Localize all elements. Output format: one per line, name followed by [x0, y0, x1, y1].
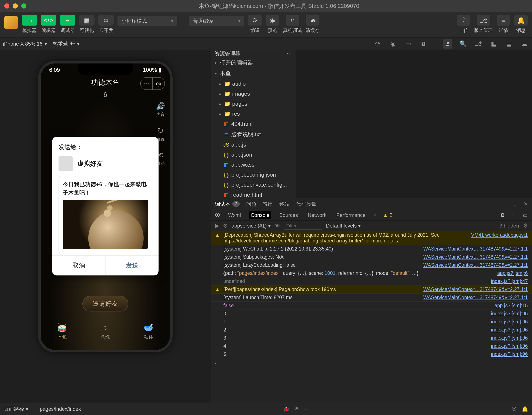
console-row[interactable]: 4index.js? [sm]:96 [211, 342, 532, 350]
eye-icon[interactable]: 👁 [275, 222, 280, 229]
dock-icon[interactable]: ▭ [523, 212, 528, 218]
console-row[interactable]: 2index.js? [sm]:96 [211, 326, 532, 334]
send-button[interactable]: 发送 [105, 256, 159, 276]
console-row[interactable]: [system] WeChatLib: 2.27.1 (2022.10.31 2… [211, 245, 532, 253]
simulator-button[interactable]: ▭ [22, 15, 37, 26]
log-source-link[interactable]: app.js? [sm]:6 [497, 270, 528, 276]
hot-reload-toggle[interactable]: 热重载 开 ▾ [53, 40, 80, 47]
devtools-tab-output[interactable]: 输出 [263, 201, 273, 208]
tab-network[interactable]: Network [306, 211, 328, 219]
log-source-link[interactable]: WAServiceMainContext…31748749&v=2.27.1:1 [423, 262, 528, 268]
extensions-icon[interactable]: ▦ [489, 39, 498, 49]
console-row[interactable]: 0index.js? [sm]:96 [211, 310, 532, 318]
folder-images[interactable]: ▸📁images [211, 89, 295, 99]
more-tabs-icon[interactable]: » [374, 212, 376, 218]
log-source-link[interactable]: VM41 workerasdebug.js:1 [471, 232, 528, 238]
log-source-link[interactable]: WAServiceMainContext…31748749&v=2.27.1:1 [423, 254, 528, 260]
devtools-tab-quality[interactable]: 代码质量 [296, 201, 316, 208]
collapse-icon[interactable]: ⌄ [513, 201, 517, 207]
files-icon[interactable]: 🗎 [443, 39, 452, 49]
log-source-link[interactable]: WAServiceMainContext…31748749&v=2.27.1:1 [423, 295, 528, 300]
more-icon[interactable]: ⋯ [287, 51, 292, 57]
log-source-link[interactable]: WAServiceMainContext…31748749&v=2.27.1:1 [423, 246, 528, 252]
minimize-window-icon[interactable] [13, 3, 18, 9]
compile-mode-dropdown[interactable]: 普通编译▾ [189, 16, 244, 26]
wifi-icon[interactable]: ⦿ [512, 406, 517, 412]
component-icon[interactable]: ▤ [504, 39, 514, 49]
mode-dropdown[interactable]: 小程序模式▾ [117, 16, 177, 26]
gear-icon[interactable]: ⚙ [500, 212, 505, 218]
upload-button[interactable]: ⤴ [457, 15, 470, 26]
console-row[interactable]: 5index.js? [sm]:96 [211, 350, 532, 358]
record-icon[interactable]: ◉ [388, 39, 398, 49]
console-row[interactable]: ▲[Perf][pages/index/index] Page.onShow t… [211, 286, 532, 294]
cloud-button[interactable]: ∞ [98, 15, 114, 26]
console-row[interactable]: [system] LazyCodeLoading: falseWAService… [211, 261, 532, 269]
console-output[interactable]: ▲[Deprecation] SharedArrayBuffer will re… [211, 231, 532, 403]
branch-icon[interactable]: ⎇ [474, 39, 483, 49]
file-app-json[interactable]: { }app.json [211, 150, 295, 160]
folder-audio[interactable]: ▸📁audio [211, 79, 295, 89]
search-icon[interactable]: 🔍 [458, 39, 468, 49]
play-icon[interactable]: ▶ [215, 222, 219, 229]
console-row[interactable]: [system] Subpackages: N/AWAServiceMainCo… [211, 253, 532, 261]
devtools-tab-problems[interactable]: 问题 [246, 201, 256, 208]
bug-icon[interactable]: 🐞 [283, 406, 289, 412]
log-source-link[interactable]: app.js? [sm]:15 [494, 303, 528, 308]
console-row[interactable]: falseapp.js? [sm]:15 [211, 302, 532, 310]
devtools-tab-debugger[interactable]: 调试器2 [215, 201, 240, 208]
sound-toggle[interactable]: 🔊声音 [156, 102, 165, 117]
editor-button[interactable]: </> [41, 15, 56, 26]
log-source-link[interactable]: index.js? [sm]:96 [491, 319, 528, 325]
console-row[interactable]: 1index.js? [sm]:96 [211, 318, 532, 326]
maximize-window-icon[interactable] [21, 3, 26, 9]
clear-icon[interactable]: ⊘ [223, 222, 228, 229]
log-source-link[interactable]: index.js? [sm]:47 [491, 278, 528, 284]
file-readme-html[interactable]: ◧readme.html [211, 190, 295, 198]
visualize-button[interactable]: ▦ [79, 15, 95, 26]
device-selector[interactable]: iPhone X 85% 16 ▾ [3, 41, 47, 47]
file-proj-private[interactable]: { }project.private.config... [211, 180, 295, 190]
page-path-label[interactable]: 页面路径 ▾ [4, 406, 28, 413]
gear-icon[interactable]: ⚙ [523, 222, 528, 229]
console-row[interactable]: 3index.js? [sm]:96 [211, 334, 532, 342]
file-app-wxss[interactable]: ◧app.wxss [211, 160, 295, 170]
user-avatar[interactable] [4, 16, 18, 30]
tab-sources[interactable]: Sources [277, 211, 300, 219]
device-icon[interactable]: ▭ [403, 39, 413, 49]
log-source-link[interactable]: WAServiceMainContext…31748749&v=2.27.1:1 [423, 287, 528, 292]
detail-button[interactable]: ≡ [497, 15, 510, 26]
log-source-link[interactable]: index.js? [sm]:96 [491, 351, 528, 357]
file-404[interactable]: ◧404.html [211, 119, 295, 129]
log-source-link[interactable]: index.js? [sm]:96 [491, 335, 528, 341]
close-panel-icon[interactable]: ✕ [523, 201, 528, 207]
remote-debug-button[interactable]: ⎌ [285, 15, 299, 26]
cancel-button[interactable]: 取消 [52, 256, 105, 276]
cloud-icon[interactable]: ☁ [520, 39, 529, 49]
console-row[interactable]: {path: "pages/index/index", query: {…}, … [211, 269, 532, 277]
close-window-icon[interactable] [4, 3, 9, 9]
log-source-link[interactable]: index.js? [sm]:96 [491, 343, 528, 349]
hidden-count[interactable]: 3 hidden [499, 223, 519, 229]
root-folder[interactable]: ▾木鱼 [211, 68, 295, 79]
refresh-icon[interactable]: ⟳ [373, 39, 382, 49]
filter-input[interactable] [284, 222, 322, 230]
log-source-link[interactable]: index.js? [sm]:96 [491, 327, 528, 333]
context-selector[interactable]: appservice (#1) ▾ [231, 223, 271, 229]
preview-button[interactable]: ◉ [266, 15, 279, 26]
file-proj-config[interactable]: { }project.config.json [211, 170, 295, 180]
compile-button[interactable]: ⟳ [248, 15, 262, 26]
open-editors-section[interactable]: ▸打开的编辑器 [211, 57, 295, 68]
console-row[interactable]: ▲[Deprecation] SharedArrayBuffer will re… [211, 231, 532, 245]
tab-nianzhu[interactable]: ○念珠 [101, 323, 110, 340]
inspect-icon[interactable]: ⦿ [215, 212, 220, 218]
bell-icon[interactable]: 🔔 [522, 406, 528, 412]
tab-console[interactable]: Console [249, 211, 271, 219]
capsule-menu-icon[interactable]: ⋯ [141, 78, 152, 89]
console-row[interactable]: [system] Launch Time: 8207 msWAServiceMa… [211, 294, 532, 302]
capsule-close-icon[interactable]: ◎ [152, 78, 164, 89]
console-row[interactable]: undefinedindex.js? [sm]:47 [211, 277, 532, 286]
more-icon[interactable]: ⋯ [305, 406, 310, 412]
file-app-js[interactable]: JSapp.js [211, 140, 295, 150]
log-source-link[interactable]: index.js? [sm]:96 [491, 311, 528, 316]
